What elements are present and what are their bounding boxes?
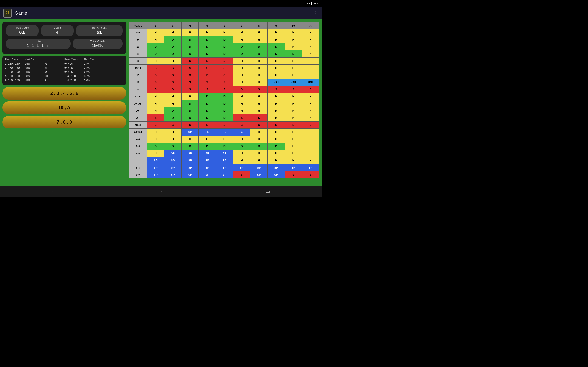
strategy-cell: H — [250, 58, 268, 65]
strategy-cell: D — [216, 143, 233, 150]
strategy-cell: D — [182, 100, 199, 107]
strategy-cell: D — [164, 50, 182, 58]
strategy-cell: SP — [233, 129, 250, 136]
strategy-cell: S — [182, 79, 199, 86]
strategy-cell: H — [302, 157, 319, 164]
hand-label: A8-10 — [129, 122, 147, 129]
left-rem: 4: 150 / 160 — [5, 70, 25, 74]
left-pct: 38% — [25, 75, 44, 78]
strategy-cell: H — [268, 58, 285, 65]
hand-label: 6-6 — [129, 150, 147, 157]
time-display: 8:40 — [314, 2, 319, 5]
strategy-cell: H — [250, 107, 268, 115]
hand-label: A6 — [129, 107, 147, 115]
strategy-cell: S — [233, 171, 250, 178]
strategy-cell: D — [182, 36, 199, 43]
strategy-cell: SP — [216, 150, 233, 157]
app-title: Game — [15, 10, 311, 16]
strategy-row: A2,A3HHHDDHHHHH — [129, 93, 319, 100]
strategy-cell: SP — [199, 164, 216, 171]
strategy-header-9: 9 — [268, 22, 285, 29]
strategy-cell: S — [147, 65, 164, 72]
strategy-cell: D — [233, 50, 250, 58]
strategy-cell: HSU — [302, 79, 319, 86]
left-rem: 2: 150 / 160 — [5, 62, 25, 65]
strategy-cell: H — [302, 136, 319, 143]
cards-table: Rem. Cards Next Card Rem. Cards Next Car… — [2, 56, 126, 85]
strategy-row: A4,A5HHDDDHHHHH — [129, 100, 319, 107]
left-pct: 38% — [25, 79, 44, 82]
strategy-cell: S — [147, 72, 164, 79]
spacer — [104, 75, 124, 78]
strategy-cell: H — [268, 29, 285, 36]
strategy-cell: H — [302, 115, 319, 122]
strategy-cell: D — [164, 36, 182, 43]
strategy-cell: H — [199, 136, 216, 143]
strategy-header-PL/DL: PL/DL — [129, 22, 147, 29]
hand-label: 17 — [129, 86, 147, 93]
strategy-cell: D — [199, 36, 216, 43]
cards-table-row: 4: 150 / 160 38% 9: 94 / 96 24% — [5, 70, 124, 74]
strategy-cell: D — [147, 43, 164, 50]
strategy-cell: H — [164, 136, 182, 143]
group-7-8-9-button[interactable]: 7 , 8 , 9 — [2, 116, 126, 128]
right-rem: 94 / 96 — [64, 70, 84, 74]
strategy-cell: S — [233, 115, 250, 122]
strategy-cell: H — [250, 29, 268, 36]
strategy-header-7: 7 — [233, 22, 250, 29]
strategy-cell: SP — [164, 171, 182, 178]
strategy-cell: H — [164, 58, 182, 65]
total-cards-label: Total Cards — [76, 40, 120, 43]
strategy-cell: S — [164, 72, 182, 79]
strategy-cell: D — [268, 143, 285, 150]
strategy-row: 13,14SSSSSHHHHH — [129, 65, 319, 72]
cards-table-row: 6: 150 / 160 38% A: 154 / 160 39% — [5, 79, 124, 82]
strategy-cell: H — [268, 136, 285, 143]
hand-label: 5-5 — [129, 143, 147, 150]
hand-label: 13,14 — [129, 65, 147, 72]
strategy-cell: S — [216, 86, 233, 93]
col-next-card-1: Next Card — [25, 58, 44, 61]
strategy-cell: H — [216, 136, 233, 143]
strategy-cell: SP — [182, 171, 199, 178]
hand-label: A2,A3 — [129, 93, 147, 100]
strategy-cell: D — [216, 36, 233, 43]
strategy-cell: SP — [182, 129, 199, 136]
strategy-cell: D — [182, 43, 199, 50]
strategy-cell: D — [182, 50, 199, 58]
menu-button[interactable]: ⋮ — [313, 10, 318, 16]
strategy-cell: H — [268, 65, 285, 72]
strategy-cell: H — [182, 136, 199, 143]
group-2-3-4-5-6-button[interactable]: 2 , 3 , 4 , 5 , 6 — [2, 87, 126, 100]
strategy-row: 4-4HHHHHHHHHH — [129, 136, 319, 143]
strategy-cell: H — [285, 29, 302, 36]
strategy-cell: S — [199, 58, 216, 65]
strategy-cell: D — [233, 143, 250, 150]
left-pct: 38% — [25, 66, 44, 69]
strategy-cell: D — [268, 43, 285, 50]
num: 8: — [44, 66, 64, 69]
strategy-cell: SP — [182, 157, 199, 164]
count-value: 4 — [43, 30, 71, 35]
strategy-cell: SP — [250, 164, 268, 171]
left-rem: 5: 150 / 160 — [5, 75, 25, 78]
strategy-cell: D — [199, 43, 216, 50]
strategy-cell: H — [285, 43, 302, 50]
back-button[interactable]: ← — [46, 187, 62, 196]
group-10-A-button[interactable]: 10 , A — [2, 101, 126, 114]
strategy-cell: D — [164, 115, 182, 122]
recents-button[interactable]: ▭ — [260, 187, 276, 196]
strategy-cell: H — [233, 100, 250, 107]
hand-label: 15 — [129, 72, 147, 79]
strategy-cell: H — [268, 93, 285, 100]
strategy-cell: SP — [216, 171, 233, 178]
strategy-cell: H — [285, 65, 302, 72]
strategy-cell: H — [302, 58, 319, 65]
num: 9: — [44, 70, 64, 74]
strategy-cell: H — [164, 129, 182, 136]
num: 7: — [44, 62, 64, 65]
strategy-cell: SP — [268, 171, 285, 178]
strategy-cell: H — [302, 65, 319, 72]
strategy-cell: D — [250, 50, 268, 58]
home-button[interactable]: ⌂ — [154, 187, 168, 196]
